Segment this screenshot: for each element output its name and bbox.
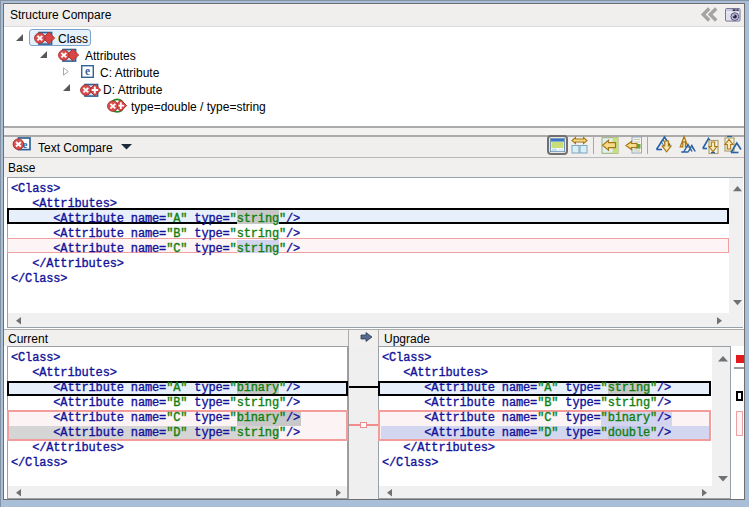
svg-text:e: e	[85, 65, 90, 77]
